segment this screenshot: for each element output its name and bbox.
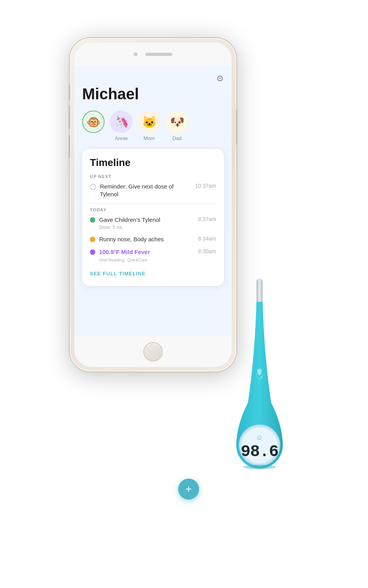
home-button[interactable] bbox=[143, 342, 163, 361]
volume-up-button bbox=[69, 106, 70, 129]
phone-topbar bbox=[74, 43, 232, 66]
green-dot-icon bbox=[90, 217, 95, 223]
tylenol-time: 8:37am bbox=[198, 216, 216, 222]
svg-point-7 bbox=[243, 465, 276, 469]
avatar-circle-dad: 🐶 bbox=[166, 111, 188, 133]
symptoms-item[interactable]: Runny nose, Body aches 8:34am bbox=[90, 235, 216, 243]
avatar-mom[interactable]: 🐱 Mom bbox=[138, 111, 160, 141]
avatars-row: 🐵 🦄 Annie 🐱 Mom 🐶 Dad bbox=[82, 111, 224, 141]
tylenol-sub: Dose: 5 mL bbox=[99, 225, 195, 230]
timeline-card: Timeline UP NEXT Reminder: Give next dos… bbox=[82, 149, 224, 286]
tylenol-text: Gave Children's Tylenol bbox=[99, 216, 195, 224]
add-button[interactable]: + bbox=[178, 479, 199, 500]
svg-rect-0 bbox=[256, 278, 263, 306]
quickcare-tag[interactable]: QuickCare bbox=[127, 258, 148, 262]
fever-tags: Oral Reading QuickCare bbox=[99, 258, 195, 262]
fever-time: 8:30am bbox=[198, 248, 216, 254]
up-next-label: UP NEXT bbox=[90, 174, 216, 179]
side-button bbox=[69, 85, 70, 100]
settings-icon[interactable]: ⚙ bbox=[216, 74, 224, 83]
power-button bbox=[236, 110, 237, 145]
avatar-michael[interactable]: 🐵 bbox=[82, 111, 105, 133]
reminder-text: Reminder: Give next dose of Tylenol bbox=[100, 183, 192, 198]
front-camera bbox=[134, 52, 138, 56]
thermometer-device: ♡ ↗ ☺ 98.6 bbox=[209, 278, 310, 542]
fever-item[interactable]: 100.9°F Mild Fever Oral Reading QuickCar… bbox=[90, 248, 216, 262]
timeline-title: Timeline bbox=[90, 157, 216, 169]
fever-item-content: 100.9°F Mild Fever Oral Reading QuickCar… bbox=[99, 248, 195, 262]
empty-dot-icon bbox=[90, 184, 96, 190]
phone-inner: ⚙ Michael 🐵 🦄 Annie � bbox=[74, 43, 232, 367]
user-name-heading: Michael bbox=[82, 85, 224, 103]
svg-text:☺: ☺ bbox=[256, 434, 263, 441]
reminder-item-content: Reminder: Give next dose of Tylenol bbox=[100, 183, 192, 198]
symptoms-item-content: Runny nose, Body aches bbox=[99, 235, 195, 243]
orange-dot-icon bbox=[90, 237, 95, 242]
volume-down-button bbox=[69, 135, 70, 158]
fever-text: 100.9°F Mild Fever bbox=[99, 248, 195, 256]
avatar-label-annie: Annie bbox=[115, 135, 127, 141]
purple-dot-icon bbox=[90, 249, 95, 255]
oral-reading-tag[interactable]: Oral Reading bbox=[99, 258, 124, 262]
see-full-timeline-button[interactable]: SEE FULL TIMELINE bbox=[90, 268, 216, 278]
reminder-item[interactable]: Reminder: Give next dose of Tylenol 10:3… bbox=[90, 183, 216, 198]
avatar-circle-annie: 🦄 bbox=[110, 111, 132, 133]
avatar-label-mom: Mom bbox=[144, 135, 155, 141]
avatar-label-dad: Dad bbox=[172, 135, 182, 141]
symptoms-time: 8:34am bbox=[198, 235, 216, 242]
symptoms-text: Runny nose, Body aches bbox=[99, 235, 195, 243]
tylenol-item[interactable]: Gave Children's Tylenol Dose: 5 mL 8:37a… bbox=[90, 216, 216, 230]
svg-text:98.6: 98.6 bbox=[241, 443, 279, 461]
avatar-dad[interactable]: 🐶 Dad bbox=[166, 111, 188, 141]
reminder-time: 10:37am bbox=[195, 183, 216, 189]
today-label: TODAY bbox=[90, 208, 216, 212]
tylenol-item-content: Gave Children's Tylenol Dose: 5 mL bbox=[99, 216, 195, 230]
avatar-annie[interactable]: 🦄 Annie bbox=[110, 111, 132, 141]
phone-screen: ⚙ Michael 🐵 🦄 Annie � bbox=[74, 66, 232, 336]
speaker-grille bbox=[145, 53, 172, 56]
avatar-circle-michael: 🐵 bbox=[82, 111, 105, 133]
svg-text:↗: ↗ bbox=[258, 375, 263, 381]
thermometer-svg: ♡ ↗ ☺ 98.6 bbox=[209, 278, 310, 542]
avatar-circle-mom: 🐱 bbox=[138, 111, 160, 133]
divider bbox=[90, 203, 216, 204]
